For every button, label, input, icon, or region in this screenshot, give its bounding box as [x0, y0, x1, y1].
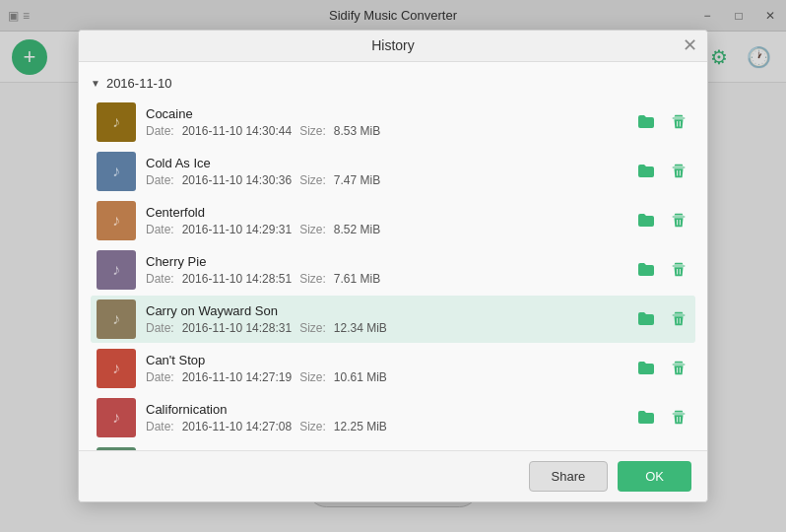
dialog-close-button[interactable]: ✕: [683, 36, 697, 54]
item-info: Californication Date: 2016-11-10 14:27:0…: [146, 402, 622, 433]
item-meta: Date: 2016-11-10 14:30:44 Size: 8.53 MiB: [146, 124, 622, 138]
item-thumbnail: ♪: [97, 201, 136, 240]
item-meta: Date: 2016-11-10 14:28:31 Size: 12.34 Mi…: [146, 321, 622, 335]
size-value: 7.61 MiB: [334, 272, 380, 286]
date-label: Date:: [146, 321, 174, 335]
size-label: Size:: [299, 223, 326, 236]
delete-button[interactable]: [668, 161, 689, 182]
history-item[interactable]: ♪ Carry on Wayward Son Date: 2016-11-10 …: [91, 296, 695, 343]
delete-button[interactable]: [668, 308, 689, 330]
item-name: Cold As Ice: [146, 156, 622, 170]
share-button[interactable]: Share: [529, 461, 609, 492]
ok-button[interactable]: OK: [618, 461, 691, 492]
folder-icon: [636, 211, 656, 231]
open-folder-button[interactable]: [634, 209, 658, 233]
date-value: 2016-11-10 14:27:08: [182, 420, 292, 433]
item-info: Cocaine Date: 2016-11-10 14:30:44 Size: …: [146, 106, 622, 138]
folder-icon: [636, 359, 656, 378]
folder-icon: [636, 260, 656, 280]
item-thumbnail: ♪: [97, 299, 136, 339]
size-value: 8.53 MiB: [334, 124, 380, 138]
item-thumbnail: ♪: [97, 250, 136, 290]
history-item[interactable]: ♪ Cherry Pie Date: 2016-11-10 14:28:51 S…: [91, 246, 695, 294]
item-meta: Date: 2016-11-10 14:27:19 Size: 10.61 Mi…: [146, 370, 622, 384]
size-value: 12.34 MiB: [334, 321, 387, 335]
date-label: Date:: [146, 223, 174, 236]
history-item[interactable]: ♪ Break On Through (To The Other Side) D…: [91, 443, 695, 450]
modal-overlay: History ✕ ▼ 2016-11-10 ♪ Cocaine Date:: [0, 0, 786, 532]
history-item[interactable]: ♪ Centerfold Date: 2016-11-10 14:29:31 S…: [91, 197, 695, 244]
date-label: Date:: [146, 124, 174, 138]
date-value: 2016-11-10 14:30:36: [182, 173, 292, 187]
date-value: 2016-11-10 14:28:51: [182, 272, 292, 286]
open-folder-button[interactable]: [634, 258, 658, 282]
dialog-title: History: [371, 37, 415, 53]
open-folder-button[interactable]: [634, 160, 658, 183]
history-dialog: History ✕ ▼ 2016-11-10 ♪ Cocaine Date:: [78, 30, 708, 502]
folder-icon: [636, 112, 656, 132]
item-info: Cold As Ice Date: 2016-11-10 14:30:36 Si…: [146, 156, 622, 187]
item-actions: [634, 209, 689, 233]
delete-button[interactable]: [668, 210, 689, 232]
date-group-label: 2016-11-10: [106, 76, 172, 91]
delete-button[interactable]: [668, 259, 689, 281]
item-thumbnail: ♪: [97, 152, 136, 191]
item-info: Carry on Wayward Son Date: 2016-11-10 14…: [146, 303, 622, 335]
item-info: Can't Stop Date: 2016-11-10 14:27:19 Siz…: [146, 353, 622, 384]
size-label: Size:: [299, 370, 326, 384]
item-info: Centerfold Date: 2016-11-10 14:29:31 Siz…: [146, 205, 622, 236]
size-label: Size:: [299, 124, 326, 138]
open-folder-button[interactable]: [634, 357, 658, 380]
item-info: Cherry Pie Date: 2016-11-10 14:28:51 Siz…: [146, 254, 622, 286]
item-actions: [634, 160, 689, 183]
item-actions: [634, 110, 689, 134]
dialog-footer: Share OK: [79, 450, 707, 501]
date-value: 2016-11-10 14:30:44: [182, 124, 292, 138]
trash-icon: [670, 360, 688, 377]
history-content[interactable]: ▼ 2016-11-10 ♪ Cocaine Date: 2016-11-10 …: [79, 62, 707, 450]
size-value: 10.61 MiB: [334, 370, 387, 384]
dialog-header: History ✕: [79, 31, 707, 62]
item-thumbnail: ♪: [97, 102, 136, 142]
trash-icon: [670, 113, 688, 131]
item-name: Cherry Pie: [146, 254, 622, 269]
delete-button[interactable]: [668, 358, 689, 379]
delete-button[interactable]: [668, 111, 689, 133]
item-actions: [634, 258, 689, 282]
history-item[interactable]: ♪ Cocaine Date: 2016-11-10 14:30:44 Size…: [91, 99, 695, 146]
history-items-container: ♪ Cocaine Date: 2016-11-10 14:30:44 Size…: [91, 99, 695, 450]
delete-button[interactable]: [668, 407, 689, 429]
date-value: 2016-11-10 14:28:31: [182, 321, 292, 335]
open-folder-button[interactable]: [634, 307, 658, 331]
item-meta: Date: 2016-11-10 14:27:08 Size: 12.25 Mi…: [146, 420, 622, 433]
date-value: 2016-11-10 14:29:31: [182, 223, 292, 236]
item-name: Can't Stop: [146, 353, 622, 367]
size-value: 7.47 MiB: [334, 173, 380, 187]
folder-icon: [636, 309, 656, 329]
app-window: ▣ ≡ Sidify Music Converter − □ ✕ + ⚙ 🕐 C…: [0, 0, 786, 532]
size-label: Size:: [299, 420, 326, 433]
item-thumbnail: ♪: [97, 398, 136, 437]
item-name: Californication: [146, 402, 622, 417]
item-actions: [634, 357, 689, 380]
size-value: 12.25 MiB: [334, 420, 387, 433]
date-label: Date:: [146, 272, 174, 286]
size-label: Size:: [299, 272, 326, 286]
item-meta: Date: 2016-11-10 14:28:51 Size: 7.61 MiB: [146, 272, 622, 286]
open-folder-button[interactable]: [634, 110, 658, 134]
folder-icon: [636, 162, 656, 181]
open-folder-button[interactable]: [634, 406, 658, 430]
expand-triangle: ▼: [91, 78, 100, 89]
item-name: Cocaine: [146, 106, 622, 121]
history-item[interactable]: ♪ Can't Stop Date: 2016-11-10 14:27:19 S…: [91, 345, 695, 392]
size-label: Size:: [299, 321, 326, 335]
trash-icon: [670, 163, 688, 180]
date-group-header: ▼ 2016-11-10: [91, 76, 695, 91]
history-item[interactable]: ♪ Cold As Ice Date: 2016-11-10 14:30:36 …: [91, 148, 695, 195]
history-item[interactable]: ♪ Californication Date: 2016-11-10 14:27…: [91, 394, 695, 441]
trash-icon: [670, 212, 688, 230]
date-value: 2016-11-10 14:27:19: [182, 370, 292, 384]
size-value: 8.52 MiB: [334, 223, 380, 236]
date-label: Date:: [146, 420, 174, 433]
trash-icon: [670, 261, 688, 279]
